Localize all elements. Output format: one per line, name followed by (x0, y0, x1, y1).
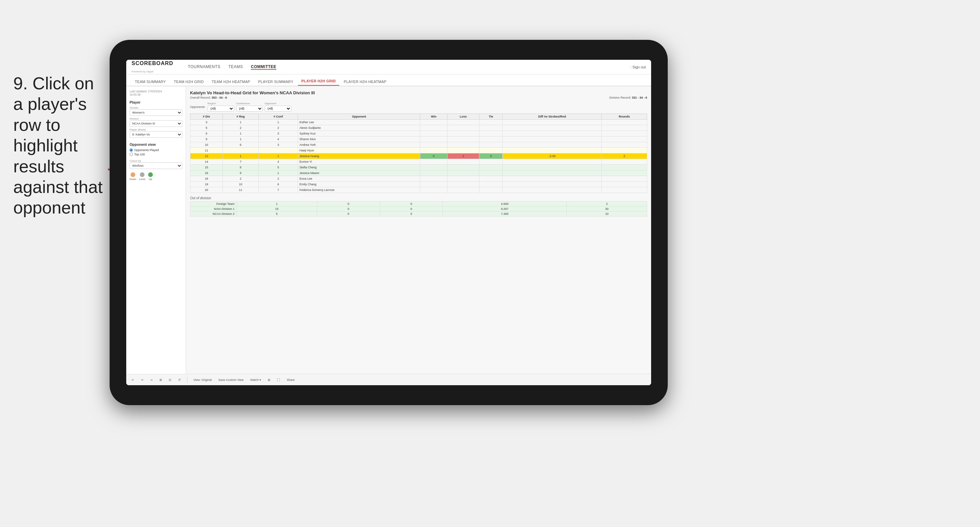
save-custom-view-button[interactable]: Save Custom View (216, 377, 245, 383)
table-cell (420, 182, 447, 187)
table-cell (503, 131, 601, 137)
table-cell: Stella Cheng (298, 165, 420, 170)
table-cell: 11 (190, 148, 223, 153)
table-cell (503, 159, 601, 165)
table-cell: 4 (258, 159, 298, 165)
redo-button[interactable]: ↪ (139, 377, 145, 383)
tab-team-h2h-heatmap[interactable]: TEAM H2H HEATMAP (208, 78, 253, 86)
ood-cell: 10 (567, 211, 647, 216)
sign-out-button[interactable]: | Sign out (630, 65, 646, 69)
legend-up-label: Up (148, 178, 152, 181)
watch-button[interactable]: Watch ▾ (248, 377, 263, 383)
bottom-toolbar: ↩ ↪ ⤼ ⊞ ⊡ ⏱ View: Original Save Custom V… (126, 374, 651, 385)
sub-nav: TEAM SUMMARY TEAM H2H GRID TEAM H2H HEAT… (126, 75, 651, 86)
table-cell: 1 (258, 153, 298, 159)
nav-items: TOURNAMENTS TEAMS COMMITTEE (188, 64, 277, 70)
col-header-reg: # Reg (223, 114, 258, 119)
gender-select[interactable]: Women's (130, 109, 182, 116)
expand-button[interactable]: ⛶ (275, 377, 282, 383)
share-button[interactable]: Share (285, 377, 297, 383)
table-cell: 6 (190, 131, 223, 137)
tab-player-h2h-grid[interactable]: PLAYER H2H GRID (298, 77, 339, 86)
h2h-grid-table: # Div # Reg # Conf Opponent Win Loss Tie… (190, 114, 647, 193)
table-cell (479, 176, 503, 182)
col-header-tie: Tie (479, 114, 503, 119)
table-cell (601, 170, 647, 176)
table-row[interactable]: 522Alexis Sudjianto (190, 125, 647, 131)
table-row[interactable]: 914Sharon Mun (190, 137, 647, 142)
nav-committee[interactable]: COMMITTEE (251, 64, 277, 70)
table-cell (447, 165, 479, 170)
clock-button[interactable]: ⏱ (176, 377, 183, 383)
legend-up: Up (148, 172, 153, 181)
radio-top-100[interactable]: Top 100 (130, 153, 182, 156)
conference-select[interactable]: (All) (236, 106, 263, 111)
table-cell (420, 142, 447, 148)
table-cell: 3 (190, 119, 223, 125)
table-cell: 1 (258, 119, 298, 125)
dot-level (140, 172, 145, 177)
tab-team-h2h-grid[interactable]: TEAM H2H GRID (170, 78, 207, 86)
table-row[interactable]: 11Haeji Hyun (190, 148, 647, 153)
ood-cell: 0 (317, 206, 380, 211)
table-cell (503, 148, 601, 153)
table-cell (420, 148, 447, 153)
table-cell (447, 125, 479, 131)
grid-view-button[interactable]: ⊞ (266, 377, 272, 383)
nav-teams[interactable]: TEAMS (229, 64, 243, 70)
table-row[interactable]: 311Esther Lee (190, 119, 647, 125)
division-label: Division (130, 117, 182, 120)
table-cell: 9 (223, 170, 258, 176)
colour-by-select[interactable]: Win/loss (130, 162, 182, 169)
division-select[interactable]: NCAA Division III (130, 120, 182, 127)
tab-player-h2h-heatmap[interactable]: PLAYER H2H HEATMAP (340, 78, 390, 86)
table-cell: Haeji Hyun (298, 148, 420, 153)
table-row[interactable]: 1585Stella Cheng (190, 165, 647, 170)
tab-team-summary[interactable]: TEAM SUMMARY (132, 78, 169, 86)
table-cell: Andrea York (298, 142, 420, 148)
table-cell: 18 (190, 176, 223, 182)
table-row[interactable]: 613Sydney Kuo (190, 131, 647, 137)
table-cell (447, 148, 479, 153)
division-record: Division Record: 331 - 34 - 6 (609, 96, 647, 99)
table-row[interactable]: 1822Euna Lee (190, 176, 647, 182)
table-cell: Euna Lee (298, 176, 420, 182)
table-cell (447, 187, 479, 193)
view-original-button[interactable]: View: Original (191, 377, 213, 383)
table-cell (420, 187, 447, 193)
ood-cell: Foreign Team (190, 202, 237, 206)
legend-down: Down (130, 172, 136, 181)
table-cell: Esther Lee (298, 119, 420, 125)
table-row[interactable]: 1311Jessica Huang010-3.002 (190, 153, 647, 159)
ood-cell: 7.400 (443, 211, 567, 216)
table-cell: 4 (258, 137, 298, 142)
table-cell: 2 (223, 125, 258, 131)
ood-cell: 9.267 (443, 206, 567, 211)
table-cell (447, 159, 479, 165)
tab-player-summary[interactable]: PLAYER SUMMARY (255, 78, 297, 86)
table-cell: 6 (258, 182, 298, 187)
table-row[interactable]: 1063Andrea York (190, 142, 647, 148)
table-row[interactable]: 1474Eunice Yi (190, 159, 647, 165)
ood-cell: 0 (380, 206, 442, 211)
forward-button[interactable]: ⤼ (148, 377, 155, 383)
table-cell: 1 (447, 153, 479, 159)
main-content: Last Updated: 27/03/2024 16:55:38 Player… (126, 86, 651, 374)
opponent-filter: Opponent (All) (265, 102, 291, 111)
content-area: Katelyn Vo Head-to-Head Grid for Women's… (186, 86, 651, 374)
logo: SCOREBOARD Powered by clippd (132, 60, 173, 73)
ood-cell: 0 (380, 202, 442, 206)
paste-button[interactable]: ⊡ (167, 377, 173, 383)
nav-tournaments[interactable]: TOURNAMENTS (188, 64, 221, 70)
table-row[interactable]: 19106Emily Chang (190, 182, 647, 187)
table-cell: 2 (601, 153, 647, 159)
undo-button[interactable]: ↩ (130, 377, 136, 383)
table-row[interactable]: 1691Jessica Mason (190, 170, 647, 176)
player-rank-select[interactable]: 8. Katelyn Vo (130, 131, 182, 138)
col-header-conf: # Conf (258, 114, 298, 119)
opponent-select[interactable]: (All) (265, 106, 291, 111)
table-row[interactable]: 20117Federica Domecq Lacroze (190, 187, 647, 193)
copy-button[interactable]: ⊞ (158, 377, 164, 383)
radio-opponents-played[interactable]: Opponents Played (130, 148, 182, 152)
region-select[interactable]: (All) (208, 106, 234, 111)
